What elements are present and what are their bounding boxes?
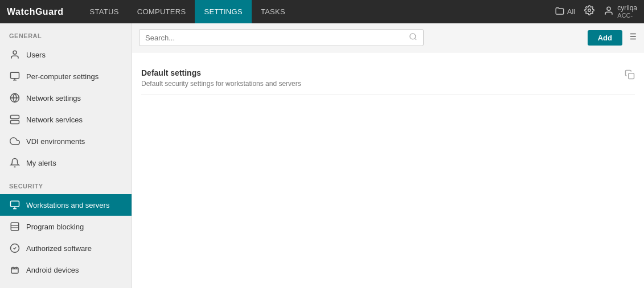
android-icon: [9, 264, 20, 275]
server-icon: [9, 114, 20, 125]
sidebar-item-per-computer[interactable]: Per-computer settings: [0, 65, 132, 87]
nav-settings[interactable]: SETTINGS: [195, 0, 251, 23]
svg-point-21: [410, 34, 416, 39]
svg-point-0: [588, 9, 591, 12]
sidebar-item-my-alerts[interactable]: My alerts: [0, 152, 132, 174]
per-computer-icon: [9, 71, 20, 82]
main-toolbar: Add: [132, 23, 644, 52]
user-info: cyrilqa ACC-: [617, 4, 637, 20]
sidebar-item-network-services-label: Network services: [26, 116, 83, 124]
user-name: cyrilqa: [617, 4, 637, 12]
header-right: All cyrilqa ACC-: [555, 4, 637, 20]
sidebar-item-network-services[interactable]: Network services: [0, 109, 132, 130]
sidebar-item-users[interactable]: Users: [0, 44, 132, 65]
folder-selector[interactable]: All: [555, 6, 575, 18]
sidebar-item-authorized-software-label: Authorized software: [26, 244, 92, 253]
svg-rect-12: [11, 201, 19, 207]
svg-rect-8: [11, 116, 19, 119]
add-button[interactable]: Add: [588, 30, 622, 46]
sidebar-item-android[interactable]: Android devices: [0, 259, 132, 281]
bell-icon: [9, 157, 20, 168]
sidebar-item-workstations[interactable]: Workstations and servers: [0, 194, 132, 216]
globe-icon: [9, 92, 20, 104]
sidebar-item-network-settings-label: Network settings: [26, 94, 81, 102]
folder-label: All: [567, 7, 575, 16]
search-icon: [409, 32, 417, 43]
copy-icon[interactable]: [625, 69, 635, 82]
user-icon: [604, 6, 614, 18]
nav-status[interactable]: STATUS: [81, 0, 128, 23]
card-info: Default settings Default security settin…: [141, 68, 301, 88]
sidebar-item-authorized-software[interactable]: Authorized software: [0, 237, 132, 259]
monitor-icon: [9, 199, 20, 211]
layout: GENERAL Users Per-computer settings: [0, 23, 644, 288]
svg-rect-15: [11, 223, 19, 231]
nav-computers[interactable]: COMPUTERS: [128, 0, 195, 23]
search-input[interactable]: [145, 34, 409, 42]
toolbar-right: Add: [588, 30, 637, 46]
sidebar-item-users-label: Users: [26, 51, 46, 59]
svg-point-2: [13, 51, 17, 54]
sidebar-item-workstations-label: Workstations and servers: [26, 201, 109, 209]
sidebar-item-my-alerts-label: My alerts: [26, 159, 56, 167]
sidebar-item-vdi[interactable]: VDI environments: [0, 130, 132, 152]
settings-icon[interactable]: [584, 5, 594, 18]
folder-icon: [555, 6, 565, 18]
sidebar-item-network-settings[interactable]: Network settings: [0, 87, 132, 109]
svg-rect-9: [11, 121, 19, 124]
cloud-icon: [9, 135, 20, 147]
svg-line-22: [415, 38, 416, 40]
svg-rect-3: [11, 72, 19, 79]
user-account: ACC-: [617, 12, 637, 19]
sidebar-item-program-blocking[interactable]: Program blocking: [0, 216, 132, 237]
sidebar-item-program-blocking-label: Program blocking: [26, 223, 84, 231]
main-panel: Add Default settings De: [132, 23, 644, 288]
logo: WatchGuard: [7, 7, 64, 17]
check-circle-icon: [9, 242, 20, 254]
filter-icon[interactable]: [627, 31, 637, 44]
main-nav: STATUS COMPUTERS SETTINGS TASKS: [81, 0, 555, 23]
svg-rect-29: [629, 73, 634, 79]
card-description: Default security settings for workstatio…: [141, 80, 301, 88]
nav-tasks[interactable]: TASKS: [252, 0, 294, 23]
sidebar-item-android-label: Android devices: [26, 266, 79, 274]
user-icon: [9, 49, 20, 60]
general-section-label: GENERAL: [0, 32, 132, 44]
default-settings-card: Default settings Default security settin…: [141, 61, 635, 95]
sidebar-item-per-computer-label: Per-computer settings: [26, 72, 99, 81]
security-section-label: SECURITY: [0, 183, 132, 194]
sidebar-item-vdi-label: VDI environments: [26, 137, 85, 146]
search-box: [139, 29, 424, 46]
card-title: Default settings: [141, 68, 301, 77]
main-content: Default settings Default security settin…: [132, 52, 644, 288]
header: WatchGuard STATUS COMPUTERS SETTINGS TAS…: [0, 0, 644, 23]
sidebar: GENERAL Users Per-computer settings: [0, 23, 132, 288]
svg-point-1: [607, 7, 610, 10]
user-menu[interactable]: cyrilqa ACC-: [604, 4, 637, 20]
block-icon: [9, 221, 20, 232]
